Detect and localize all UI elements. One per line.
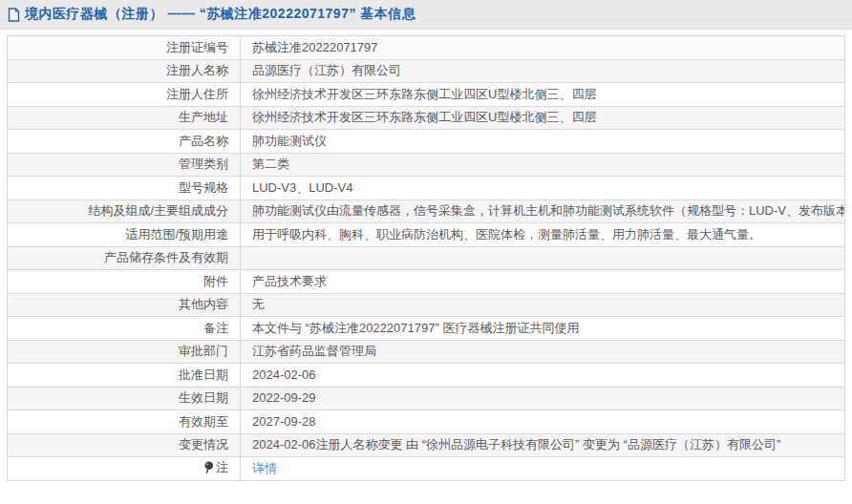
table-row: 结构及组成/主要组成成分 肺功能测试仪由流量传感器，信号采集盒，计算机主机和肺功… bbox=[8, 200, 845, 223]
row-value-approval-department: 江苏省药品监督管理局 bbox=[241, 340, 845, 364]
row-label-note: 注 bbox=[8, 457, 241, 481]
row-label-product-name: 产品名称 bbox=[8, 130, 241, 154]
row-value-structure-composition: 肺功能测试仪由流量传感器，信号采集盒，计算机主机和肺功能测试系统软件（规格型号：… bbox=[241, 200, 845, 223]
page-header: 境内医疗器械（注册） —— “苏械注准20222071797” 基本信息 bbox=[0, 0, 852, 30]
table-row: 备注 本文件与 “苏械注准20222071797” 医疗器械注册证共同使用 bbox=[8, 317, 845, 341]
pin-icon bbox=[203, 461, 214, 477]
row-label-structure-composition: 结构及组成/主要组成成分 bbox=[8, 200, 241, 223]
row-label-registrant-address: 注册人住所 bbox=[8, 83, 241, 107]
table-row: 注 详情 bbox=[8, 457, 845, 481]
table-row: 型号规格 LUD-V3、LUD-V4 bbox=[8, 177, 845, 200]
table-row: 审批部门 江苏省药品监督管理局 bbox=[8, 340, 845, 364]
row-value-attachment: 产品技术要求 bbox=[241, 270, 845, 294]
row-label-storage-validity: 产品储存条件及有效期 bbox=[8, 246, 241, 270]
row-label-model-spec: 型号规格 bbox=[8, 177, 241, 200]
row-label-registrant-name: 注册人名称 bbox=[8, 59, 241, 83]
row-label-attachment: 附件 bbox=[8, 270, 241, 294]
table-row: 注册证编号 苏械注准20222071797 bbox=[8, 36, 845, 60]
table-row: 注册人名称 品源医疗（江苏）有限公司 bbox=[8, 59, 845, 83]
row-value-approval-date: 2024-02-06 bbox=[241, 364, 845, 388]
row-value-intended-use: 用于呼吸内科、胸科、职业病防治机构、医院体检，测量肺活量、用力肺活量、最大通气量… bbox=[241, 223, 845, 247]
basic-info-table: 注册证编号 苏械注准20222071797 注册人名称 品源医疗（江苏）有限公司… bbox=[7, 35, 845, 481]
row-label-effective-date: 生效日期 bbox=[8, 387, 241, 410]
row-label-change-status: 变更情况 bbox=[8, 433, 241, 457]
table-row: 变更情况 2024-02-06注册人名称变更 由 “徐州品源电子科技有限公司” … bbox=[8, 433, 845, 457]
row-value-registrant-address: 徐州经济技术开发区三环东路东侧工业四区U型楼北侧三、四层 bbox=[241, 83, 845, 107]
row-value-effective-date: 2022-09-29 bbox=[241, 387, 845, 410]
detail-link[interactable]: 详情 bbox=[252, 461, 277, 475]
row-value-registrant-name: 品源医疗（江苏）有限公司 bbox=[241, 59, 845, 83]
row-value-storage-validity bbox=[241, 246, 845, 270]
table-row: 管理类别 第二类 bbox=[8, 153, 845, 177]
table-row: 注册人住所 徐州经济技术开发区三环东路东侧工业四区U型楼北侧三、四层 bbox=[8, 83, 845, 107]
row-label-approval-date: 批准日期 bbox=[8, 364, 241, 388]
page-title: 境内医疗器械（注册） —— “苏械注准20222071797” 基本信息 bbox=[25, 6, 415, 23]
row-label-management-category: 管理类别 bbox=[8, 153, 241, 177]
row-value-model-spec: LUD-V3、LUD-V4 bbox=[241, 177, 845, 200]
row-value-expiry-date: 2027-09-28 bbox=[241, 410, 845, 434]
table-row: 附件 产品技术要求 bbox=[8, 270, 845, 294]
table-row: 生产地址 徐州经济技术开发区三环东路东侧工业四区U型楼北侧三、四层 bbox=[8, 106, 845, 130]
table-row: 产品名称 肺功能测试仪 bbox=[8, 130, 845, 154]
row-label-registration-number: 注册证编号 bbox=[8, 36, 241, 60]
row-value-change-status: 2024-02-06注册人名称变更 由 “徐州品源电子科技有限公司” 变更为 “… bbox=[241, 433, 845, 457]
table-row: 批准日期 2024-02-06 bbox=[8, 364, 845, 388]
row-value-remarks: 本文件与 “苏械注准20222071797” 医疗器械注册证共同使用 bbox=[241, 317, 845, 341]
row-value-production-address: 徐州经济技术开发区三环东路东侧工业四区U型楼北侧三、四层 bbox=[241, 106, 845, 130]
table-row: 生效日期 2022-09-29 bbox=[8, 387, 845, 410]
table-row: 产品储存条件及有效期 bbox=[8, 246, 845, 270]
row-value-product-name: 肺功能测试仪 bbox=[241, 130, 845, 154]
row-label-approval-department: 审批部门 bbox=[8, 340, 241, 364]
document-icon bbox=[8, 8, 20, 22]
note-label: 注 bbox=[216, 460, 228, 474]
row-label-remarks: 备注 bbox=[8, 317, 241, 341]
row-value-other-content: 无 bbox=[241, 293, 845, 317]
row-label-other-content: 其他内容 bbox=[8, 293, 241, 317]
table-row: 适用范围/预期用途 用于呼吸内科、胸科、职业病防治机构、医院体检，测量肺活量、用… bbox=[8, 223, 845, 247]
row-label-production-address: 生产地址 bbox=[8, 106, 241, 130]
row-label-expiry-date: 有效期至 bbox=[8, 410, 241, 434]
table-row: 有效期至 2027-09-28 bbox=[8, 410, 845, 434]
row-value-management-category: 第二类 bbox=[241, 153, 845, 177]
table-row: 其他内容 无 bbox=[8, 293, 845, 317]
row-label-intended-use: 适用范围/预期用途 bbox=[8, 223, 241, 247]
row-value-registration-number: 苏械注准20222071797 bbox=[241, 36, 845, 60]
